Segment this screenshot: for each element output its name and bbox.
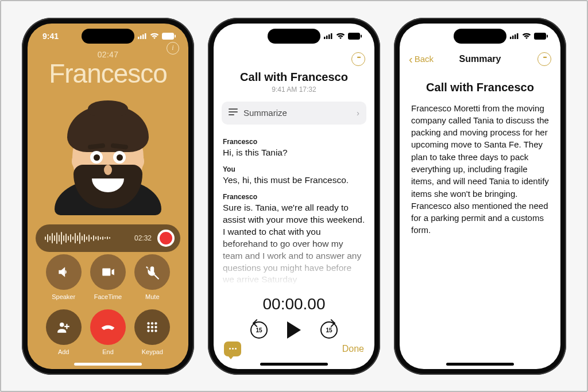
transcript-speaker: You: [223, 165, 365, 174]
wifi-icon: [522, 33, 531, 40]
phone-call-screen: 9:41 i 02:47 Francesco: [22, 18, 194, 375]
phone-summary-screen: . ‹ Back Summary ··· Call with Francesco: [394, 18, 566, 375]
phone-transcript-screen: . ··· Call with Francesco 9:41 AM 17:32: [208, 18, 380, 375]
svg-point-10: [148, 325, 150, 328]
svg-rect-29: [534, 33, 546, 40]
svg-rect-24: [229, 114, 234, 115]
svg-rect-22: [229, 108, 238, 110]
note-title: Call with Francesco: [214, 71, 374, 84]
battery-icon: [534, 33, 548, 40]
svg-point-8: [151, 322, 153, 324]
transcript-speaker: Francesco: [223, 137, 365, 146]
transcript: Francesco Hi, is this Tania? You Yes, hi…: [214, 131, 374, 286]
svg-rect-17: [326, 36, 328, 39]
battery-icon: [162, 33, 176, 40]
status-time: 9:41: [42, 32, 59, 41]
svg-rect-3: [145, 33, 146, 39]
contact-memoji: [48, 91, 168, 212]
playback-timer: 00:00.00: [214, 295, 374, 313]
skip-forward-15-button[interactable]: 15: [320, 321, 338, 339]
svg-rect-25: [510, 37, 512, 39]
waveform-icon: [45, 232, 129, 244]
mute-button[interactable]: Mute: [130, 254, 175, 300]
svg-point-13: [148, 329, 150, 332]
svg-rect-18: [328, 34, 330, 39]
svg-rect-23: [229, 111, 238, 112]
chevron-right-icon: ›: [357, 108, 359, 118]
note-subtitle: 9:41 AM 17:32: [214, 86, 374, 94]
skip-back-15-button[interactable]: 15: [250, 321, 268, 339]
wifi-icon: [150, 33, 159, 40]
summarize-button[interactable]: Summarize ›: [222, 102, 366, 125]
play-button[interactable]: [287, 321, 301, 339]
summary-body: Francesco Moretti from the moving compan…: [400, 94, 560, 236]
more-options-button[interactable]: ···: [351, 52, 365, 66]
call-duration: 02:47: [28, 50, 188, 59]
transcript-line: Yes, hi, this must be Francesco.: [223, 174, 365, 187]
svg-rect-19: [331, 33, 332, 39]
svg-rect-20: [348, 33, 360, 40]
signal-icon: [510, 33, 519, 39]
svg-rect-2: [142, 34, 144, 39]
end-call-button[interactable]: End: [86, 309, 130, 355]
svg-rect-16: [324, 37, 326, 39]
svg-rect-4: [162, 33, 174, 40]
svg-point-15: [155, 329, 157, 332]
home-indicator[interactable]: [74, 363, 142, 366]
transcript-line: Sure is. Tania, we're all ready to assis…: [223, 202, 365, 286]
call-controls: Speaker FaceTime Mute Add End: [28, 254, 188, 355]
transcript-chat-button[interactable]: [224, 341, 241, 356]
summary-heading: Call with Francesco: [400, 81, 560, 94]
svg-rect-1: [140, 36, 142, 39]
dynamic-island: [82, 29, 134, 44]
svg-rect-27: [514, 34, 516, 39]
chevron-left-icon: ‹: [409, 53, 413, 65]
signal-icon: [324, 33, 333, 39]
more-options-button[interactable]: ···: [537, 52, 551, 66]
svg-point-7: [148, 322, 150, 324]
svg-point-9: [155, 322, 157, 324]
back-button[interactable]: ‹ Back: [409, 53, 434, 65]
speaker-button[interactable]: Speaker: [41, 254, 86, 300]
svg-rect-21: [361, 34, 362, 37]
svg-rect-26: [512, 36, 514, 39]
wifi-icon: [336, 33, 345, 40]
svg-rect-5: [175, 34, 176, 37]
home-indicator[interactable]: [260, 363, 328, 366]
summarize-label: Summarize: [243, 108, 287, 118]
summarize-icon: [229, 108, 238, 118]
svg-rect-28: [517, 33, 519, 39]
add-call-button[interactable]: Add: [41, 309, 86, 355]
dynamic-island: [268, 29, 320, 44]
svg-point-6: [60, 322, 64, 327]
battery-icon: [348, 33, 362, 40]
record-button[interactable]: [157, 230, 175, 247]
signal-icon: [138, 33, 147, 39]
facetime-button[interactable]: FaceTime: [86, 254, 130, 300]
svg-rect-30: [547, 34, 548, 37]
keypad-button[interactable]: Keypad: [130, 309, 175, 355]
dynamic-island: [454, 29, 506, 44]
svg-point-14: [151, 329, 153, 332]
caller-name: Francesco: [28, 60, 188, 87]
home-indicator[interactable]: [446, 363, 514, 366]
done-button[interactable]: Done: [342, 344, 364, 354]
transcript-speaker: Francesco: [223, 192, 365, 201]
svg-point-11: [151, 325, 153, 328]
three-phone-mock: 9:41 i 02:47 Francesco: [0, 0, 588, 392]
svg-rect-0: [138, 37, 140, 39]
recording-time: 02:32: [134, 234, 152, 242]
recording-pill[interactable]: 02:32: [36, 224, 180, 252]
svg-point-12: [155, 325, 157, 328]
transcript-line: Hi, is this Tania?: [223, 147, 365, 159]
